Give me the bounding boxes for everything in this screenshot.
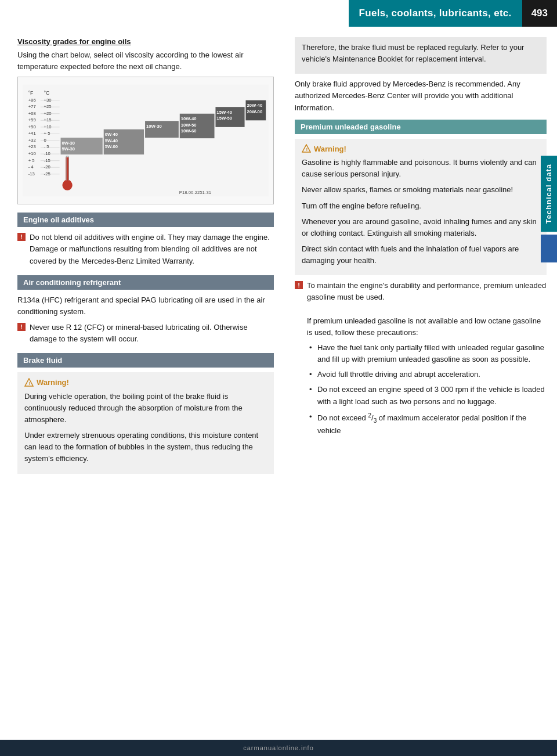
svg-text:20W-40: 20W-40	[247, 103, 262, 108]
svg-text:-13: -13	[28, 171, 35, 177]
svg-text:-15: -15	[44, 158, 50, 163]
right-column: Therefore, the brake fluid must be repla…	[284, 37, 557, 747]
svg-text:10W-30: 10W-30	[146, 124, 162, 129]
premium-warning-label: ! Warning!	[302, 143, 540, 155]
svg-text:+77: +77	[28, 104, 36, 109]
viscosity-intro: Using the chart below, select oil viscos…	[17, 49, 274, 73]
premium-warning-p4: Whenever you are around gasoline, avoid …	[302, 216, 540, 239]
svg-text:+59: +59	[28, 118, 36, 123]
svg-text:+50: +50	[28, 124, 36, 129]
warning-triangle-icon: !	[24, 378, 34, 387]
svg-text:+20: +20	[44, 111, 52, 116]
page-number: 493	[522, 0, 557, 27]
svg-text:10W-50: 10W-50	[181, 123, 197, 128]
air-conditioning-text: R134a (HFC) refrigerant and special PAG …	[17, 294, 274, 318]
notice-icon-3: !	[295, 281, 303, 289]
precaution-item-4: Do not exceed 2/3 of maximum accelerator…	[307, 411, 547, 437]
header: Fuels, coolants, lubricants, etc. 493	[0, 0, 557, 27]
if-not-available-text: If premium unleaded gasoline is not avai…	[307, 316, 541, 337]
engine-notice-text: To maintain the engine's durability and …	[307, 281, 546, 301]
svg-text:0W-30: 0W-30	[62, 141, 75, 146]
notice-icon-1: !	[17, 233, 26, 241]
premium-warning-p5: Direct skin contact with fuels and the i…	[302, 243, 540, 267]
premium-warning-p3: Turn off the engine before refueling.	[302, 200, 540, 212]
svg-text:0W-40: 0W-40	[105, 132, 118, 138]
engine-oil-additives-header: Engine oil additives	[17, 213, 274, 227]
svg-text:+30: +30	[44, 98, 52, 103]
air-conditioning-header: Air conditioning refrigerant	[17, 275, 274, 290]
precautions-list: Have the fuel tank only partially filled…	[307, 342, 547, 437]
air-conditioning-notice: ! Never use R 12 (CFC) or mineral-based …	[17, 322, 274, 345]
svg-text:+ 5: + 5	[44, 131, 50, 136]
svg-text:5W-00: 5W-00	[105, 145, 118, 150]
premium-warning-title: Warning!	[314, 143, 346, 155]
brake-warning-text2: Under extremely strenuous operating cond…	[24, 430, 267, 465]
svg-point-61	[62, 181, 72, 190]
oil-chart-svg: °F +86 +77 +68 +59 +50 +41 +32 +23 +10 +…	[23, 82, 269, 199]
svg-text:-25: -25	[44, 171, 50, 177]
svg-text:°C: °C	[44, 90, 50, 96]
svg-text:10W-60: 10W-60	[181, 129, 197, 134]
precaution-item-1: Have the fuel tank only partially filled…	[307, 342, 547, 365]
svg-text:-20: -20	[44, 164, 50, 170]
premium-warning-box: ! Warning! Gasoline is highly flammable …	[295, 139, 547, 276]
side-tab-area: Technical data	[541, 116, 557, 302]
svg-text:+41: +41	[28, 131, 36, 136]
svg-text:0: 0	[44, 138, 46, 143]
main-content: Viscosity grades for engine oils Using t…	[0, 27, 557, 747]
warning-triangle-icon-2: !	[302, 144, 311, 153]
svg-text:+86: +86	[28, 98, 36, 103]
svg-text:5W-40: 5W-40	[105, 138, 118, 143]
brake-para: Only brake fluid approved by Mercedes-Be…	[295, 78, 547, 113]
svg-text:+ 5: + 5	[28, 158, 35, 163]
side-tab-label: Technical data	[541, 156, 557, 232]
premium-warning-p1: Gasoline is highly flammable and poisono…	[302, 157, 540, 180]
watermark-text: carmanualonline.info	[243, 744, 314, 751]
air-conditioning-notice-text: Never use R 12 (CFC) or mineral-based lu…	[30, 322, 274, 345]
premium-warning-p2: Never allow sparks, flames or smoking ma…	[302, 184, 540, 196]
svg-text:10W-40: 10W-40	[181, 117, 197, 122]
svg-text:+25: +25	[44, 104, 52, 109]
svg-text:+32: +32	[28, 138, 36, 143]
engine-oil-notice: ! Do not blend oil additives with engine…	[17, 232, 274, 267]
precaution-item-3: Do not exceed an engine speed of 3 000 r…	[307, 384, 547, 407]
svg-text:P18.00-2251-31: P18.00-2251-31	[179, 190, 211, 195]
svg-text:!: !	[29, 381, 31, 386]
engine-oil-notice-text: Do not blend oil additives with engine o…	[30, 232, 274, 267]
oil-chart: °F +86 +77 +68 +59 +50 +41 +32 +23 +10 +…	[17, 77, 274, 204]
brake-info-text: Therefore, the brake fluid must be repla…	[302, 42, 540, 65]
brake-info-box: Therefore, the brake fluid must be repla…	[295, 37, 547, 74]
svg-text:+68: +68	[28, 111, 36, 116]
viscosity-title: Viscosity grades for engine oils	[17, 37, 274, 46]
svg-text:°F: °F	[28, 90, 34, 96]
brake-fluid-header: Brake fluid	[17, 353, 274, 368]
brake-warning-text1: During vehicle operation, the boiling po…	[24, 391, 267, 426]
svg-text:!: !	[306, 147, 308, 152]
svg-text:+23: +23	[28, 145, 36, 150]
header-title-area: Fuels, coolants, lubricants, etc.	[0, 0, 522, 27]
engine-notice-block: ! To maintain the engine's durability an…	[295, 280, 547, 441]
svg-text:5W-30: 5W-30	[62, 147, 75, 152]
svg-text:+10: +10	[44, 124, 52, 129]
svg-text:20W-00: 20W-00	[247, 109, 262, 114]
brake-fluid-warning-label: ! Warning!	[24, 377, 267, 388]
side-tab-block	[541, 235, 557, 262]
svg-text:+10: +10	[28, 151, 36, 156]
premium-gasoline-header: Premium unleaded gasoline	[295, 120, 547, 134]
svg-text:+15: +15	[44, 118, 52, 123]
watermark: carmanualonline.info	[0, 740, 557, 756]
svg-text:15W-50: 15W-50	[216, 116, 232, 121]
svg-text:-10: -10	[44, 151, 50, 156]
header-title: Fuels, coolants, lubricants, etc.	[349, 0, 522, 27]
svg-text:15W-40: 15W-40	[216, 110, 232, 115]
svg-text:- 5: - 5	[44, 145, 49, 150]
svg-text:- 4: - 4	[28, 164, 34, 170]
brake-fluid-warning-box: ! Warning! During vehicle operation, the…	[17, 372, 274, 473]
notice-icon-2: !	[17, 323, 26, 331]
left-column: Viscosity grades for engine oils Using t…	[0, 37, 284, 747]
brake-warning-title: Warning!	[37, 377, 69, 388]
precaution-item-2: Avoid full throttle driving and abrupt a…	[307, 369, 547, 380]
